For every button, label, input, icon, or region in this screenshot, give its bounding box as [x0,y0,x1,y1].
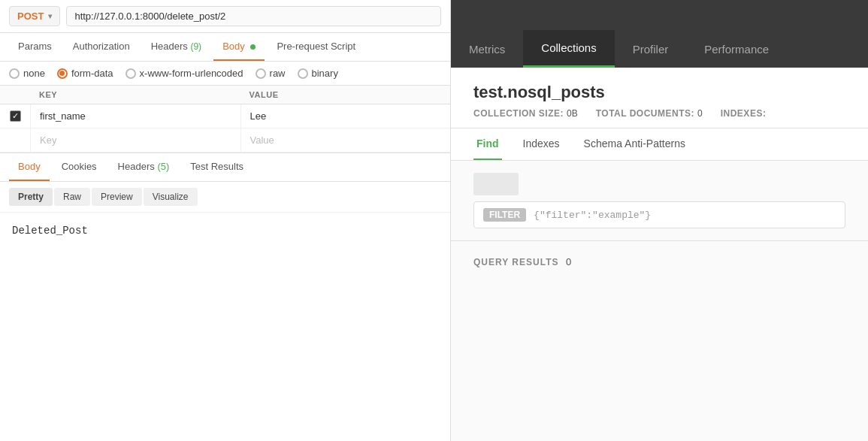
headers-badge: (9) [190,41,201,52]
filter-placeholder-text[interactable]: {"filter":"example"} [534,210,651,221]
url-bar: POST ▾ [0,0,450,33]
kv-key-first-name[interactable]: first_name [30,104,240,128]
url-input[interactable] [66,6,441,26]
view-btn-pretty[interactable]: Pretty [9,188,53,206]
right-panel: Metrics Collections Profiler Performance… [451,0,868,441]
kv-value-first-name[interactable]: Lee [240,104,451,128]
sub-tab-find[interactable]: Find [473,128,502,160]
view-btn-visualize[interactable]: Visualize [144,188,198,206]
body-dot-indicator [250,44,256,50]
query-results-label: QUERY RESULTS [473,257,558,267]
collection-size-value: 0B [567,108,578,119]
radio-urlencoded[interactable]: x-www-form-urlencoded [126,68,243,79]
meta-indexes: INDEXES: [721,108,770,119]
request-tabs: Params Authorization Headers (9) Body Pr… [0,33,450,62]
response-tab-test-results[interactable]: Test Results [181,153,253,181]
response-tab-headers[interactable]: Headers (5) [109,153,179,181]
radio-binary-circle [298,68,308,79]
kv-checkbox-cell-empty [0,134,30,146]
filter-badge: FILTER [483,208,526,222]
tab-pre-request-script[interactable]: Pre-request Script [268,33,364,61]
kv-row-placeholder: Key Value [0,128,450,153]
query-results-count: 0 [566,256,571,267]
collection-header: test.nosql_posts COLLECTION SIZE: 0B TOT… [451,68,868,128]
response-tab-cookies[interactable]: Cookies [53,153,106,181]
response-headers-badge: (5) [157,161,169,172]
response-tabs: Body Cookies Headers (5) Test Results [0,153,450,182]
kv-table-header: KEY VALUE [0,86,450,104]
radio-raw[interactable]: raw [256,68,286,79]
kv-value-header: VALUE [240,86,451,104]
meta-collection-size: COLLECTION SIZE: 0B [473,108,578,119]
tab-params[interactable]: Params [9,33,61,61]
radio-urlencoded-circle [126,68,136,79]
meta-total-docs: TOTAL DOCUMENTS: 0 [596,108,703,119]
filter-bar: FILTER {"filter":"example"} [473,201,845,228]
kv-key-header: KEY [30,86,240,104]
right-tab-metrics[interactable]: Metrics [451,30,523,68]
filter-scroll-box [473,173,519,195]
kv-value-placeholder[interactable]: Value [240,128,451,152]
total-docs-label: TOTAL DOCUMENTS: [596,108,694,119]
collection-sub-tabs: Find Indexes Schema Anti-Patterns [451,128,868,161]
kv-checkbox-cell[interactable]: ✓ [0,104,30,128]
right-tab-collections[interactable]: Collections [523,30,614,68]
collection-meta: COLLECTION SIZE: 0B TOTAL DOCUMENTS: 0 I… [473,108,845,119]
kv-key-placeholder[interactable]: Key [30,128,240,152]
kv-row: ✓ first_name Lee [0,104,450,128]
indexes-label: INDEXES: [721,108,767,119]
query-results: QUERY RESULTS 0 [451,241,868,441]
radio-raw-circle [256,68,266,79]
response-text: Deleted_Post [12,225,88,237]
tab-authorization[interactable]: Authorization [64,33,139,61]
sub-tab-indexes[interactable]: Indexes [520,128,563,160]
sub-tab-schema-anti-patterns[interactable]: Schema Anti-Patterns [581,128,688,160]
collection-name: test.nosql_posts [473,83,845,102]
chevron-down-icon: ▾ [48,12,52,20]
radio-binary[interactable]: binary [298,68,338,79]
right-tab-performance[interactable]: Performance [686,30,787,68]
view-btn-preview[interactable]: Preview [92,188,142,206]
body-type-row: none form-data x-www-form-urlencoded raw… [0,62,450,86]
radio-none-circle [9,68,20,79]
view-buttons: Pretty Raw Preview Visualize [0,182,450,213]
checkmark-icon: ✓ [12,112,19,120]
kv-checkbox-header [0,86,30,104]
collection-size-label: COLLECTION SIZE: [473,108,564,119]
tab-headers[interactable]: Headers (9) [142,33,210,61]
method-select[interactable]: POST ▾ [9,6,60,26]
response-body: Deleted_Post [0,213,450,441]
radio-form-data-circle [57,68,68,79]
radio-form-data[interactable]: form-data [57,68,113,79]
right-tab-profiler[interactable]: Profiler [615,30,687,68]
total-docs-value: 0 [697,108,703,119]
right-top-tabs: Metrics Collections Profiler Performance [451,0,868,68]
method-label: POST [17,11,44,22]
tab-body[interactable]: Body [213,33,265,61]
collection-content: test.nosql_posts COLLECTION SIZE: 0B TOT… [451,68,868,441]
kv-checkbox-checked[interactable]: ✓ [10,110,21,122]
response-tab-body[interactable]: Body [9,153,50,181]
left-panel: POST ▾ Params Authorization Headers (9) … [0,0,451,441]
filter-area: FILTER {"filter":"example"} [451,161,868,241]
radio-none[interactable]: none [9,68,45,79]
kv-table: KEY VALUE ✓ first_name Lee Key Value [0,86,450,153]
view-btn-raw[interactable]: Raw [54,188,90,206]
